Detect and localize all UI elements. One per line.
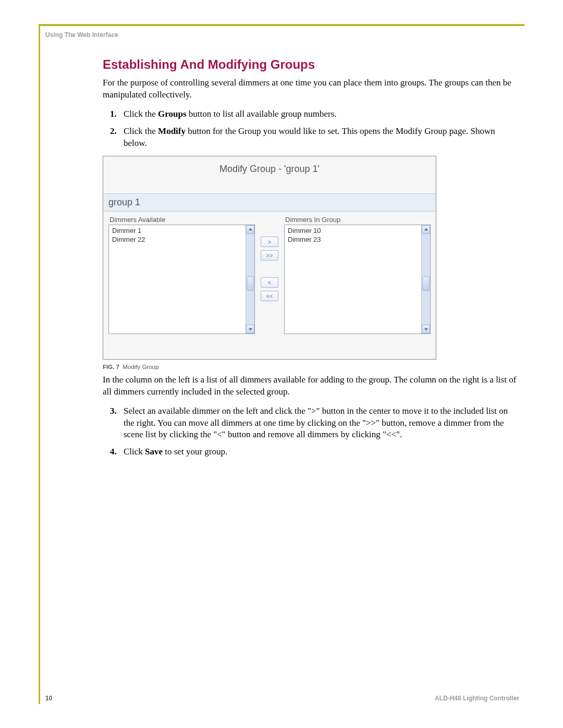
running-head: Using The Web Interface: [40, 26, 524, 39]
main-content: Establishing And Modifying Groups For th…: [103, 57, 519, 463]
remove-button[interactable]: <: [261, 277, 278, 288]
in-group-column: Dimmers In Group Dimmer 10 Dimmer 23: [284, 216, 431, 334]
scrollbar[interactable]: [421, 225, 430, 334]
explanatory-paragraph: In the column on the left is a list of a…: [103, 374, 519, 398]
scroll-down-button[interactable]: [246, 325, 254, 334]
available-column: Dimmers Available Dimmer 1 Dimmer 22: [108, 216, 255, 334]
list-item[interactable]: Dimmer 10: [287, 226, 420, 235]
step-1: 1. Click the Groups button to list all a…: [112, 108, 519, 120]
group-name-header: group 1: [103, 194, 436, 212]
step-4: 4. Click Save to set your group.: [112, 446, 519, 458]
remove-all-button[interactable]: <<: [261, 291, 278, 301]
list-item[interactable]: Dimmer 23: [287, 235, 420, 244]
modify-group-title: Modify Group - 'group 1': [103, 156, 436, 194]
step-number: 4.: [110, 446, 117, 458]
scrollbar-thumb[interactable]: [422, 276, 430, 291]
dimmers-in-group-listbox[interactable]: Dimmer 10 Dimmer 23: [284, 225, 431, 334]
figure-number: FIG. 7: [103, 364, 119, 370]
chevron-up-icon: [248, 227, 253, 232]
scroll-up-button[interactable]: [246, 225, 254, 234]
scrollbar-thumb[interactable]: [247, 276, 254, 291]
section-title: Establishing And Modifying Groups: [103, 57, 519, 72]
figure-caption: FIG. 7 Modify Group: [103, 360, 519, 370]
intro-paragraph: For the purpose of controlling several d…: [103, 77, 519, 101]
scrollbar[interactable]: [246, 225, 254, 334]
figure-caption-text: Modify Group: [123, 364, 158, 370]
step-3-text: Select an available dimmer on the left a…: [124, 406, 508, 440]
list-item[interactable]: Dimmer 1: [111, 226, 244, 235]
step-1-post: button to list all available group numbe…: [187, 109, 337, 119]
page-number: 10: [45, 695, 52, 702]
step-number: 2.: [110, 126, 117, 138]
list-item[interactable]: Dimmer 22: [111, 235, 244, 244]
document-footer: ALD-H48 Lighting Controller: [435, 695, 519, 702]
step-1-bold: Groups: [158, 109, 187, 119]
step-2-bold: Modify: [158, 126, 186, 136]
available-label: Dimmers Available: [108, 216, 255, 225]
step-4-post: to set your group.: [163, 447, 227, 456]
step-2: 2. Click the Modify button for the Group…: [112, 126, 519, 150]
scroll-down-button[interactable]: [422, 325, 430, 334]
transfer-buttons-column: > >> < <<: [255, 216, 284, 301]
steps-list-bottom: 3. Select an available dimmer on the lef…: [103, 405, 519, 459]
add-button[interactable]: >: [261, 237, 278, 247]
step-number: 1.: [110, 108, 117, 120]
add-all-button[interactable]: >>: [261, 250, 278, 261]
steps-list-top: 1. Click the Groups button to list all a…: [103, 108, 519, 150]
chevron-down-icon: [424, 327, 429, 331]
dual-list-row: Dimmers Available Dimmer 1 Dimmer 22: [103, 212, 436, 359]
step-4-bold: Save: [145, 447, 163, 456]
step-3: 3. Select an available dimmer on the lef…: [112, 405, 519, 441]
in-group-label: Dimmers In Group: [284, 216, 431, 225]
chevron-up-icon: [424, 227, 429, 232]
step-1-pre: Click the: [124, 109, 158, 119]
step-number: 3.: [110, 405, 117, 417]
page-frame: Using The Web Interface Establishing And…: [39, 24, 524, 704]
chevron-down-icon: [248, 327, 253, 331]
figure-modify-group: Modify Group - 'group 1' group 1 Dimmers…: [103, 156, 519, 370]
step-4-pre: Click: [124, 447, 145, 456]
modify-group-window: Modify Group - 'group 1' group 1 Dimmers…: [103, 156, 436, 360]
step-2-pre: Click the: [124, 126, 158, 136]
scroll-up-button[interactable]: [422, 225, 430, 234]
dimmers-available-listbox[interactable]: Dimmer 1 Dimmer 22: [108, 225, 255, 334]
